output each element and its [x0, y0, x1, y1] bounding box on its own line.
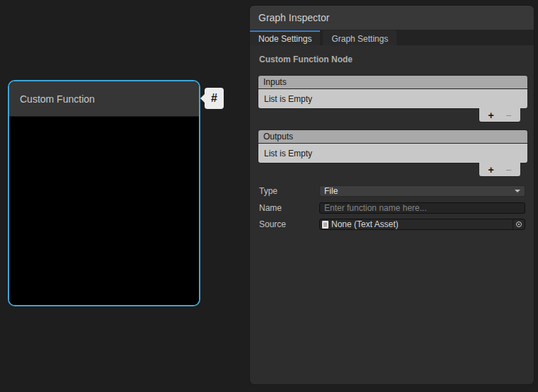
inputs-list: Inputs List is Empty + − [258, 76, 527, 122]
inspector-tabbar: Node Settings Graph Settings [250, 30, 534, 45]
type-dropdown[interactable]: File [319, 185, 525, 197]
hash-code-badge[interactable]: # [205, 88, 224, 109]
text-asset-icon [322, 221, 328, 229]
source-row: Source None (Text Asset) [259, 219, 525, 230]
name-label: Name [259, 203, 319, 213]
outputs-empty-label: List is Empty [264, 149, 312, 158]
inputs-list-empty-row: List is Empty [258, 89, 527, 108]
outputs-header-label: Outputs [263, 132, 293, 142]
outputs-list-footer: + − [479, 163, 520, 176]
object-picker-icon [516, 221, 522, 227]
type-label: Type [259, 186, 319, 196]
inputs-header-label: Inputs [263, 77, 287, 87]
inspector-title: Graph Inspector [258, 12, 329, 23]
source-object-value: None (Text Asset) [331, 219, 399, 229]
inputs-add-button[interactable]: + [486, 110, 497, 120]
section-heading: Custom Function Node [259, 54, 353, 64]
tab-graph-settings[interactable]: Graph Settings [323, 30, 396, 45]
name-row: Name [259, 202, 525, 214]
type-dropdown-value: File [324, 186, 338, 196]
graph-inspector-panel: Graph Inspector Node Settings Graph Sett… [250, 6, 534, 384]
inputs-empty-label: List is Empty [264, 94, 312, 104]
inputs-list-footer: + − [479, 108, 520, 122]
function-name-input[interactable] [319, 202, 525, 214]
node-title-bar[interactable]: Custom Function [9, 81, 199, 117]
tab-node-settings-label: Node Settings [258, 34, 311, 44]
object-picker-button[interactable] [513, 219, 525, 229]
inputs-list-header: Inputs [258, 76, 527, 88]
source-label: Source [259, 219, 319, 229]
inspector-header: Graph Inspector [250, 6, 534, 30]
outputs-list-empty-row: List is Empty [258, 144, 527, 163]
outputs-add-button[interactable]: + [486, 165, 497, 175]
node-preview-area [9, 117, 199, 305]
outputs-remove-button[interactable]: − [503, 165, 514, 175]
tab-node-settings[interactable]: Node Settings [250, 30, 320, 45]
hash-icon: # [211, 92, 217, 105]
outputs-list-header: Outputs [258, 130, 527, 143]
tab-graph-settings-label: Graph Settings [331, 34, 388, 44]
node-title-label: Custom Function [20, 93, 95, 105]
outputs-list: Outputs List is Empty + − [258, 130, 527, 176]
source-object-field[interactable]: None (Text Asset) [319, 219, 525, 230]
type-row: Type File [259, 185, 525, 197]
custom-function-node[interactable]: Custom Function [8, 80, 200, 306]
inputs-remove-button[interactable]: − [503, 110, 514, 120]
chevron-down-icon [515, 190, 520, 192]
graph-canvas[interactable]: Custom Function # Graph Inspector Node S… [0, 0, 538, 392]
